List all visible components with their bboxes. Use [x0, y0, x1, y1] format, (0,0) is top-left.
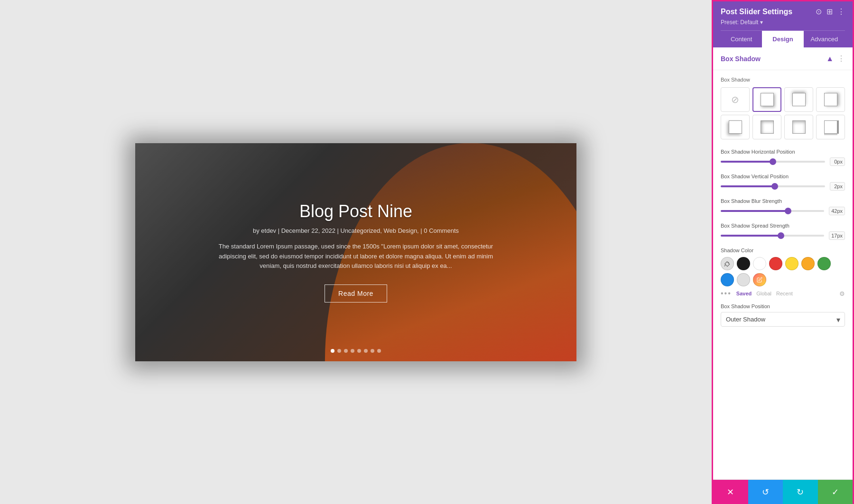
color-yellow[interactable] [785, 257, 798, 270]
cancel-button[interactable]: ✕ [713, 480, 748, 504]
dot-3[interactable] [344, 349, 348, 353]
dot-6[interactable] [364, 349, 368, 353]
color-tab-recent[interactable]: Recent [776, 291, 793, 296]
color-blue[interactable] [721, 273, 734, 286]
layout-icon[interactable]: ⊞ [826, 7, 833, 16]
blur-fill [721, 210, 788, 212]
vertical-track[interactable] [721, 185, 825, 187]
section-header-icons: ▲ ⋮ [826, 54, 845, 63]
shadow-preview-bottom-left [729, 120, 742, 134]
slider-meta: by etdev | December 22, 2022 | Uncategor… [253, 227, 459, 234]
undo-button[interactable]: ↺ [748, 480, 783, 504]
shadow-preview-right [824, 93, 837, 106]
redo-button[interactable]: ↻ [783, 480, 818, 504]
color-swatches [721, 257, 845, 286]
dot-2[interactable] [337, 349, 341, 353]
shadow-option-right[interactable] [816, 87, 845, 112]
section-more-icon[interactable]: ⋮ [837, 54, 845, 63]
box-shadow-section-header: Box Shadow ▲ ⋮ [713, 47, 853, 70]
spread-track[interactable] [721, 235, 824, 237]
canvas-area: Blog Post Nine by etdev | December 22, 2… [0, 0, 712, 504]
panel-preset[interactable]: Preset: Default ▾ [721, 19, 845, 26]
slider-excerpt: The standard Lorem Ipsum passage, used s… [214, 242, 498, 271]
dot-8[interactable] [377, 349, 381, 353]
shadow-preview-top [792, 93, 806, 106]
color-settings-icon[interactable]: ⚙ [839, 290, 845, 297]
shadow-option-inner[interactable] [752, 115, 781, 139]
no-shadow-icon: ⊘ [731, 94, 739, 105]
panel-header-icons: ⊙ ⊞ ⋮ [816, 7, 845, 16]
panel-title: Post Slider Settings [721, 8, 792, 16]
panel-body: Box Shadow ▲ ⋮ Box Shadow ⊘ [713, 47, 853, 479]
settings-icon[interactable]: ⊙ [816, 7, 822, 16]
panel-footer: ✕ ↺ ↻ ✓ [713, 479, 853, 504]
shadow-color-section: Shadow Color [721, 247, 845, 298]
spread-control: 17px [721, 231, 845, 240]
color-red[interactable] [769, 257, 782, 270]
vertical-position-row: Box Shadow Vertical Position 2px [721, 174, 845, 191]
tab-design[interactable]: Design [762, 31, 803, 47]
more-dots[interactable]: ••• [721, 289, 732, 298]
shadow-option-inner2[interactable] [784, 115, 813, 139]
blur-thumb[interactable] [785, 208, 791, 214]
color-light-gray[interactable] [737, 273, 750, 286]
save-button[interactable]: ✓ [818, 480, 853, 504]
vertical-control: 2px [721, 182, 845, 191]
more-icon[interactable]: ⋮ [837, 7, 845, 16]
color-white[interactable] [753, 257, 766, 270]
horizontal-position-row: Box Shadow Horizontal Position 0px [721, 149, 845, 166]
shadow-preview-inner2 [792, 120, 806, 134]
shadow-preview-outer [761, 93, 774, 106]
position-select-wrapper: Outer Shadow Inner Shadow [721, 312, 845, 327]
eyedropper-swatch[interactable] [721, 257, 734, 270]
shadow-option-none[interactable]: ⊘ [721, 87, 750, 112]
vertical-thumb[interactable] [771, 183, 778, 190]
box-shadow-label: Box Shadow [721, 77, 845, 82]
color-green[interactable] [817, 257, 831, 270]
color-tab-global[interactable]: Global [756, 291, 771, 296]
spread-thumb[interactable] [778, 232, 784, 239]
shadow-color-label: Shadow Color [721, 247, 845, 253]
slider-dots [331, 349, 381, 353]
shadow-option-outer[interactable] [752, 87, 781, 112]
collapse-icon[interactable]: ▲ [826, 55, 834, 63]
shadow-position-section: Box Shadow Position Outer Shadow Inner S… [721, 303, 845, 327]
color-tabs-row: ••• Saved Global Recent ⚙ [721, 289, 845, 298]
blur-label: Box Shadow Blur Strength [721, 198, 845, 204]
color-orange[interactable] [801, 257, 815, 270]
dot-5[interactable] [357, 349, 361, 353]
spread-value[interactable]: 17px [829, 231, 845, 240]
read-more-button[interactable]: Read More [325, 284, 387, 302]
dot-4[interactable] [351, 349, 354, 353]
vertical-fill [721, 185, 775, 187]
tab-content[interactable]: Content [721, 31, 762, 47]
spread-row: Box Shadow Spread Strength 17px [721, 223, 845, 240]
position-select[interactable]: Outer Shadow Inner Shadow [721, 312, 845, 327]
vertical-value[interactable]: 2px [830, 182, 845, 191]
slider-overlay: Blog Post Nine by etdev | December 22, 2… [135, 143, 576, 361]
panel-tabs: Content Design Advanced [721, 30, 845, 47]
shadow-style-grid: ⊘ [721, 87, 845, 139]
horizontal-track[interactable] [721, 161, 825, 163]
color-black[interactable] [737, 257, 750, 270]
blur-track[interactable] [721, 210, 824, 212]
color-tab-saved[interactable]: Saved [736, 291, 752, 296]
horizontal-value[interactable]: 0px [830, 157, 845, 166]
spread-label: Box Shadow Spread Strength [721, 223, 845, 229]
section-title: Box Shadow [721, 55, 761, 63]
shadow-option-top[interactable] [784, 87, 813, 112]
blur-control: 42px [721, 207, 845, 215]
horizontal-control: 0px [721, 157, 845, 166]
vertical-label: Box Shadow Vertical Position [721, 174, 845, 179]
dot-1[interactable] [331, 349, 334, 353]
slider-module: Blog Post Nine by etdev | December 22, 2… [135, 143, 576, 361]
shadow-preview-corner [824, 120, 837, 134]
tab-advanced[interactable]: Advanced [804, 31, 845, 47]
blur-value[interactable]: 42px [829, 207, 845, 215]
dot-7[interactable] [371, 349, 374, 353]
shadow-option-bottom-left[interactable] [721, 115, 750, 139]
panel-header-top: Post Slider Settings ⊙ ⊞ ⋮ [721, 7, 845, 16]
shadow-option-corner[interactable] [816, 115, 845, 139]
pencil-swatch[interactable] [753, 273, 766, 286]
horizontal-thumb[interactable] [770, 158, 776, 165]
